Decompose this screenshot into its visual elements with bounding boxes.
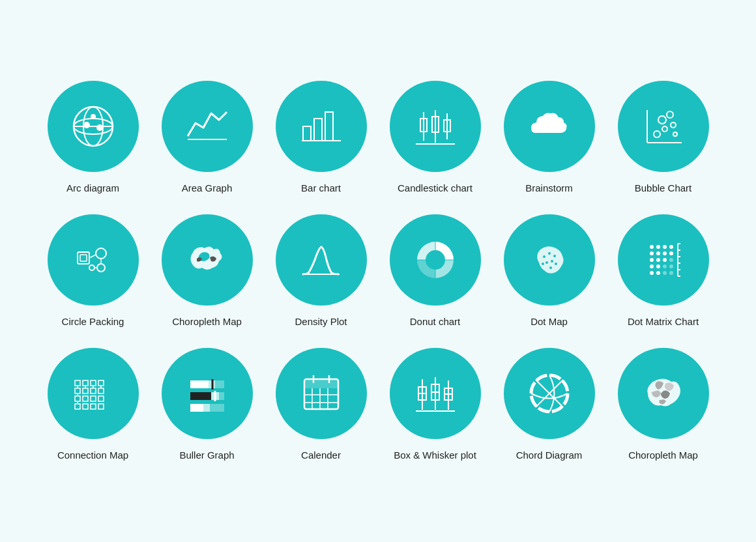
svg-point-54	[656, 251, 660, 255]
svg-point-53	[656, 245, 660, 249]
svg-rect-89	[98, 396, 104, 401]
chart-icon-area-graph	[162, 81, 253, 172]
chart-label-chord-diagram: Chord Diagram	[516, 448, 583, 462]
svg-rect-80	[83, 388, 88, 393]
svg-point-24	[671, 122, 676, 128]
svg-rect-8	[303, 126, 311, 141]
svg-point-23	[658, 116, 666, 124]
svg-point-44	[545, 261, 548, 264]
chart-icon-chord-diagram	[504, 348, 595, 439]
svg-point-40	[543, 255, 545, 258]
chart-item-bubble-chart[interactable]: Bubble Chart	[609, 81, 717, 195]
svg-point-64	[669, 251, 673, 255]
svg-point-63	[669, 245, 673, 249]
chart-label-calender: Calender	[301, 448, 341, 462]
svg-point-46	[542, 263, 544, 265]
svg-point-58	[663, 245, 667, 249]
svg-point-51	[650, 264, 654, 268]
svg-rect-78	[75, 404, 80, 409]
svg-rect-99	[190, 380, 209, 388]
svg-point-61	[663, 264, 667, 268]
svg-rect-82	[83, 404, 88, 409]
svg-rect-76	[75, 388, 80, 393]
chart-label-box-whisker-plot: Box & Whisker plot	[394, 448, 476, 462]
svg-rect-109	[304, 379, 338, 388]
chart-label-connection-map: Connection Map	[57, 448, 128, 462]
svg-point-41	[548, 252, 551, 255]
svg-rect-27	[78, 252, 89, 264]
chart-label-candlestick-chart: Candlestick chart	[398, 181, 472, 195]
chart-label-bubble-chart: Bubble Chart	[635, 181, 692, 195]
svg-rect-81	[83, 396, 88, 401]
chart-icon-donut-chart	[390, 214, 481, 306]
chart-item-bar-chart[interactable]: Bar chart	[267, 81, 375, 195]
svg-rect-87	[98, 380, 104, 386]
svg-point-65	[669, 258, 673, 262]
chart-item-choropleth-map-1[interactable]: Choropleth Map	[153, 214, 261, 328]
svg-point-5	[96, 124, 103, 131]
chart-item-dot-matrix-chart[interactable]: Dot Matrix Chart	[609, 214, 717, 328]
chart-label-arc-diagram: Arc diagram	[66, 181, 119, 195]
chart-item-area-graph[interactable]: Area Graph	[153, 81, 261, 195]
chart-item-circle-packing[interactable]: Circle Packing	[39, 214, 147, 328]
svg-point-42	[553, 255, 556, 257]
svg-point-49	[650, 251, 654, 255]
svg-point-62	[663, 271, 667, 275]
svg-point-50	[650, 258, 654, 262]
chart-item-density-plot[interactable]: Density Plot	[267, 214, 375, 328]
svg-point-26	[667, 111, 673, 118]
chart-label-dot-matrix-chart: Dot Matrix Chart	[628, 315, 699, 328]
chart-icon-brainstorm	[504, 81, 595, 172]
chart-icon-candlestick-chart	[390, 81, 481, 172]
chart-icon-connection-map	[48, 348, 139, 439]
svg-rect-28	[80, 255, 87, 261]
chart-label-donut-chart: Donut chart	[410, 315, 461, 328]
chart-icon-arc-diagram	[48, 81, 139, 172]
chart-icon-circle-packing	[48, 214, 139, 306]
chart-item-connection-map[interactable]: Connection Map	[39, 348, 147, 462]
chart-label-bar-chart: Bar chart	[301, 181, 341, 195]
chart-label-dot-map: Dot Map	[531, 315, 568, 328]
chart-item-brainstorm[interactable]: Brainstorm	[495, 81, 603, 195]
chart-icon-bubble-chart	[618, 81, 709, 172]
chart-item-dot-map[interactable]: Dot Map	[495, 214, 603, 328]
chart-icon-dot-map	[504, 214, 595, 306]
chart-item-candlestick-chart[interactable]: Candlestick chart	[381, 81, 489, 195]
svg-rect-79	[83, 380, 88, 386]
svg-point-67	[669, 271, 673, 275]
chart-item-chord-diagram[interactable]: Chord Diagram	[495, 348, 603, 462]
chart-icon-choropleth-map-1	[162, 214, 253, 306]
chart-label-brainstorm: Brainstorm	[525, 181, 573, 195]
chart-item-choropleth-map-2[interactable]: Choropleth Map	[609, 348, 717, 462]
svg-rect-84	[91, 388, 96, 393]
svg-point-4	[83, 122, 90, 128]
svg-rect-9	[314, 119, 322, 141]
chart-item-calender[interactable]: Calender	[267, 348, 375, 462]
svg-point-30	[97, 264, 105, 272]
chart-label-circle-packing: Circle Packing	[62, 315, 124, 328]
svg-rect-83	[91, 380, 96, 386]
svg-point-55	[656, 258, 660, 262]
chart-label-buller-graph: Buller Graph	[179, 448, 234, 462]
svg-rect-107	[190, 404, 203, 412]
svg-point-47	[549, 266, 552, 269]
svg-point-21	[654, 131, 660, 137]
svg-point-45	[555, 263, 557, 265]
chart-item-buller-graph[interactable]: Buller Graph	[153, 348, 261, 462]
chart-item-box-whisker-plot[interactable]: Box & Whisker plot	[381, 348, 489, 462]
svg-rect-77	[75, 396, 80, 401]
svg-rect-75	[75, 380, 80, 386]
svg-point-52	[650, 271, 654, 275]
chart-item-donut-chart[interactable]: Donut chart	[381, 214, 489, 328]
chart-icon-dot-matrix-chart	[618, 214, 709, 306]
svg-point-43	[551, 260, 553, 263]
chart-label-density-plot: Density Plot	[295, 315, 347, 328]
chart-icon-bar-chart	[276, 81, 367, 172]
svg-point-57	[656, 271, 660, 275]
chart-item-arc-diagram[interactable]: Arc diagram	[39, 81, 147, 195]
chart-icon-density-plot	[276, 214, 367, 306]
svg-point-48	[650, 245, 654, 249]
svg-point-31	[89, 265, 94, 270]
svg-point-6	[91, 114, 96, 119]
svg-line-32	[89, 255, 96, 258]
